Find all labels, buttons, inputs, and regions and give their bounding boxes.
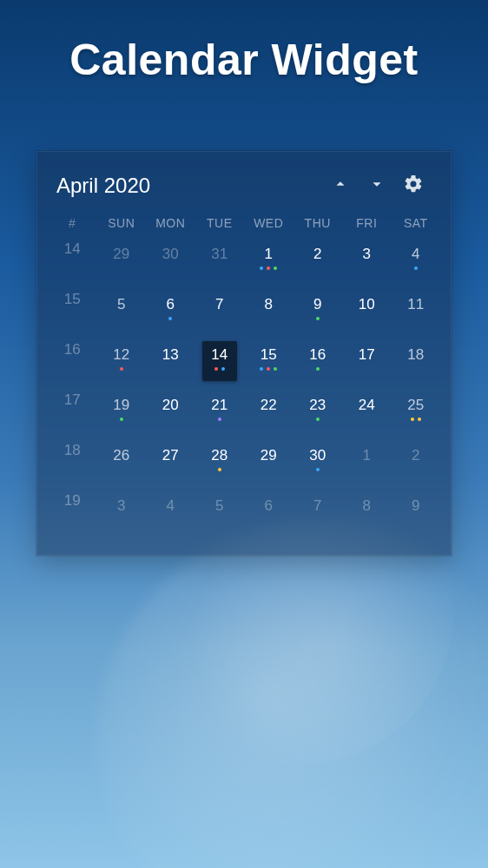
calendar-day-cell[interactable]: 2	[392, 442, 441, 492]
day-number: 31	[211, 246, 228, 263]
event-dot-icon	[274, 367, 277, 371]
calendar-day-cell[interactable]: 17	[342, 341, 392, 391]
calendar-day-cell[interactable]: 1	[244, 240, 293, 291]
calendar-day-cell[interactable]: 4	[146, 492, 195, 542]
calendar-day-cell[interactable]: 2	[293, 240, 343, 291]
event-dots	[218, 418, 221, 423]
calendar-day-cell[interactable]: 19	[97, 391, 147, 442]
weekday-header: SAT	[392, 216, 441, 240]
calendar-widget: April 2020 # SUN MON TUE WED THU	[36, 151, 452, 556]
day-number: 9	[313, 296, 321, 313]
page-title: Calendar Widget	[0, 0, 488, 85]
calendar-day-cell[interactable]: 26	[97, 442, 147, 492]
event-dots	[260, 367, 277, 372]
event-dots	[316, 367, 320, 372]
calendar-day-cell[interactable]: 15	[244, 341, 293, 391]
calendar-day-cell[interactable]: 29	[244, 442, 293, 492]
day-number: 26	[113, 447, 129, 464]
calendar-day-cell[interactable]: 21	[195, 391, 245, 442]
event-dot-icon	[267, 367, 270, 371]
calendar-day-cell[interactable]: 31	[195, 240, 245, 291]
day-number: 11	[407, 296, 424, 313]
calendar-day-cell[interactable]: 22	[244, 391, 293, 442]
calendar-day-cell[interactable]: 7	[195, 291, 245, 341]
weekday-header: SUN	[97, 216, 147, 240]
day-number: 24	[359, 397, 375, 414]
calendar-day-cell[interactable]: 5	[97, 291, 147, 341]
day-number: 12	[113, 346, 129, 364]
calendar-day-cell[interactable]: 27	[146, 442, 195, 492]
calendar-day-cell[interactable]: 3	[342, 240, 392, 291]
day-number: 6	[167, 296, 175, 313]
day-number: 27	[162, 447, 179, 464]
next-month-button[interactable]	[359, 168, 395, 204]
event-dot-icon	[316, 317, 320, 320]
day-number: 15	[260, 346, 277, 364]
event-dot-icon	[414, 266, 418, 270]
calendar-day-cell[interactable]: 29	[97, 240, 147, 291]
day-number: 2	[313, 246, 321, 263]
day-number: 22	[260, 397, 277, 414]
calendar-day-cell[interactable]: 24	[342, 391, 392, 442]
calendar-day-cell[interactable]: 25	[392, 391, 441, 442]
chevron-down-icon	[367, 174, 386, 197]
calendar-day-cell[interactable]: 5	[195, 492, 245, 542]
calendar-day-cell[interactable]: 8	[244, 291, 293, 341]
event-dot-icon	[120, 367, 123, 371]
calendar-day-cell[interactable]: 10	[342, 291, 392, 341]
calendar-day-cell[interactable]: 6	[244, 492, 293, 542]
week-number-cell: 19	[48, 492, 97, 542]
day-number: 30	[162, 246, 179, 263]
event-dot-icon	[411, 418, 414, 421]
event-dots	[218, 468, 221, 473]
calendar-day-cell[interactable]: 9	[293, 291, 343, 341]
day-number: 4	[412, 246, 419, 263]
event-dots	[316, 317, 320, 322]
event-dots	[316, 418, 320, 423]
calendar-day-cell[interactable]: 8	[342, 492, 392, 542]
calendar-day-cell[interactable]: 6	[146, 291, 195, 341]
event-dot-icon	[316, 468, 320, 471]
event-dot-icon	[218, 468, 221, 471]
calendar-day-cell[interactable]: 7	[293, 492, 343, 542]
prev-month-button[interactable]	[322, 168, 359, 204]
calendar-day-cell[interactable]: 11	[392, 291, 441, 341]
event-dots	[316, 468, 320, 473]
day-number: 25	[407, 397, 424, 414]
calendar-day-cell[interactable]: 1	[342, 442, 392, 492]
calendar-day-cell[interactable]: 18	[392, 341, 441, 391]
day-number: 8	[265, 296, 273, 313]
week-number-cell: 17	[48, 391, 97, 442]
week-number-header: #	[48, 216, 97, 240]
weekday-header: THU	[293, 216, 343, 240]
event-dots	[168, 317, 172, 322]
weekday-header: MON	[146, 216, 195, 240]
day-number: 4	[167, 497, 175, 515]
settings-button[interactable]	[395, 168, 432, 204]
calendar-day-cell[interactable]: 30	[293, 442, 343, 492]
calendar-day-cell[interactable]: 13	[146, 341, 195, 391]
calendar-day-cell[interactable]: 30	[146, 240, 195, 291]
day-number: 19	[113, 397, 129, 414]
event-dots	[260, 266, 277, 272]
calendar-day-cell[interactable]: 28	[195, 442, 245, 492]
calendar-day-cell[interactable]: 23	[293, 391, 343, 442]
day-number: 8	[363, 497, 371, 515]
calendar-day-cell[interactable]: 16	[293, 341, 343, 391]
calendar-day-cell[interactable]: 9	[392, 492, 441, 542]
calendar-day-cell[interactable]: 12	[97, 341, 147, 391]
widget-header: April 2020	[48, 168, 440, 216]
month-year-label[interactable]: April 2020	[56, 174, 322, 198]
calendar-day-cell[interactable]: 20	[146, 391, 195, 442]
event-dots	[120, 367, 123, 372]
week-number-cell: 18	[48, 442, 97, 492]
calendar-day-cell[interactable]: 4	[392, 240, 441, 291]
day-number: 3	[117, 497, 125, 515]
calendar-day-cell[interactable]: 3	[97, 492, 147, 542]
day-number: 18	[407, 346, 424, 364]
day-number: 9	[412, 497, 419, 515]
calendar-day-cell[interactable]: 14	[195, 341, 245, 391]
event-dot-icon	[168, 317, 172, 320]
day-number: 10	[359, 296, 375, 313]
day-number: 6	[265, 497, 273, 515]
